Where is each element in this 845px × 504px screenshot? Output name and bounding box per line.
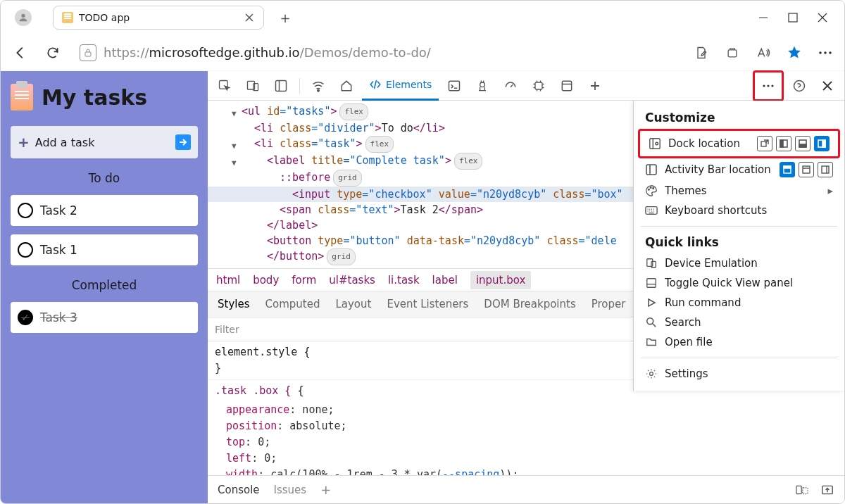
- network-icon[interactable]: [306, 73, 331, 99]
- tab-computed[interactable]: Computed: [265, 298, 320, 310]
- drawer-issues[interactable]: Issues: [274, 484, 307, 496]
- tab-event-listeners[interactable]: Event Listeners: [387, 298, 468, 310]
- crumb[interactable]: li.task: [388, 274, 420, 286]
- address-bar[interactable]: https://microsoftedge.github.io/Demos/de…: [71, 40, 684, 65]
- menu-device-emulation[interactable]: Device Emulation: [638, 253, 840, 273]
- tab-dom-breakpoints[interactable]: DOM Breakpoints: [484, 298, 575, 310]
- menu-activity-bar[interactable]: Activity Bar location: [638, 158, 840, 181]
- inspect-icon[interactable]: [212, 73, 237, 99]
- section-todo: To do: [11, 167, 198, 187]
- settings-more-icon[interactable]: [812, 39, 839, 66]
- svg-point-15: [763, 84, 765, 87]
- back-button[interactable]: [6, 39, 35, 67]
- add-task-input[interactable]: + Add a task: [11, 126, 198, 158]
- activity-top-icon[interactable]: [780, 162, 795, 177]
- checkbox-icon[interactable]: [18, 242, 33, 258]
- svg-rect-26: [780, 140, 783, 147]
- close-tab-icon[interactable]: [245, 13, 254, 22]
- svg-rect-20: [803, 487, 808, 493]
- checkbox-checked-icon[interactable]: ✓: [18, 310, 33, 325]
- dock-right-icon[interactable]: [814, 136, 830, 151]
- svg-point-12: [480, 82, 485, 87]
- task-item[interactable]: ✓Task 3: [11, 302, 198, 333]
- browser-title-bar: TODO app +: [1, 1, 844, 34]
- crumb[interactable]: body: [253, 274, 279, 286]
- tab-layout[interactable]: Layout: [335, 298, 371, 310]
- drawer-errors-icon[interactable]: [795, 484, 809, 496]
- browser-tab[interactable]: TODO app: [53, 6, 264, 30]
- drawer-expand-icon[interactable]: [820, 484, 834, 496]
- activity-right-icon[interactable]: [818, 162, 833, 177]
- svg-rect-11: [449, 81, 460, 90]
- performance-icon[interactable]: [498, 73, 523, 99]
- svg-rect-28: [799, 144, 806, 147]
- dock-bottom-icon[interactable]: [795, 136, 810, 151]
- checkbox-icon[interactable]: [18, 203, 33, 218]
- close-devtools-icon[interactable]: [815, 73, 840, 99]
- menu-open-file[interactable]: Open file: [638, 332, 840, 352]
- menu-run-command[interactable]: Run command: [638, 293, 840, 313]
- profile-avatar[interactable]: [15, 9, 32, 26]
- crumb-selected[interactable]: input.box: [470, 271, 531, 289]
- svg-rect-13: [535, 82, 542, 89]
- crumb[interactable]: ul#tasks: [329, 274, 375, 286]
- crumb[interactable]: form: [292, 274, 316, 286]
- svg-point-37: [650, 187, 651, 189]
- collections-icon[interactable]: [719, 39, 746, 66]
- menu-search[interactable]: Search: [638, 313, 840, 332]
- play-icon: [645, 296, 658, 309]
- activity-left-icon[interactable]: [799, 162, 814, 177]
- welcome-icon[interactable]: [334, 73, 359, 99]
- dock-left-icon[interactable]: [776, 136, 791, 151]
- palette-icon: [645, 184, 658, 197]
- favorites-star-icon[interactable]: [781, 39, 808, 66]
- crumb[interactable]: html: [216, 274, 240, 286]
- svg-rect-34: [803, 166, 810, 173]
- close-window-button[interactable]: [818, 13, 827, 23]
- more-tabs-icon[interactable]: [582, 73, 608, 99]
- devtools-panel: Elements ••• ▼<ul id="tasks">flex <li cl…: [208, 71, 844, 503]
- edit-page-icon[interactable]: [688, 39, 715, 66]
- new-tab-button[interactable]: +: [274, 6, 296, 29]
- menu-settings[interactable]: Settings: [638, 364, 840, 384]
- dock-undock-icon[interactable]: [757, 136, 772, 151]
- customize-popup: Customize Dock location Activity Bar loc…: [633, 101, 844, 391]
- customize-devtools-button[interactable]: [753, 70, 784, 101]
- task-item[interactable]: Task 1: [11, 234, 198, 265]
- application-icon[interactable]: [554, 73, 580, 99]
- tab-properties[interactable]: Proper: [592, 298, 626, 310]
- device-toggle-icon[interactable]: [240, 73, 265, 99]
- svg-rect-19: [796, 486, 801, 493]
- menu-keyboard-shortcuts[interactable]: Keyboard shortcuts: [638, 201, 840, 220]
- svg-point-38: [653, 188, 654, 189]
- sources-icon[interactable]: [470, 73, 495, 99]
- refresh-button[interactable]: [39, 39, 67, 67]
- maximize-button[interactable]: [788, 13, 798, 23]
- folder-icon: [645, 336, 658, 348]
- help-icon[interactable]: [787, 73, 812, 99]
- search-icon: [645, 316, 658, 329]
- submit-arrow-icon[interactable]: [175, 134, 191, 150]
- drawer: Console Issues +: [208, 475, 844, 503]
- crumb[interactable]: label: [432, 274, 458, 286]
- dock-icon[interactable]: [268, 73, 294, 99]
- memory-icon[interactable]: [526, 73, 551, 99]
- menu-toggle-quickview[interactable]: Toggle Quick View panel: [638, 273, 840, 293]
- read-aloud-icon[interactable]: [750, 39, 777, 66]
- minimize-button[interactable]: [758, 13, 768, 23]
- svg-point-16: [767, 84, 769, 87]
- drawer-console[interactable]: Console: [218, 484, 260, 496]
- tab-styles[interactable]: Styles: [218, 298, 250, 310]
- menu-themes[interactable]: Themes ▸: [638, 181, 840, 201]
- menu-dock-location[interactable]: Dock location: [641, 132, 837, 155]
- drawer-add-icon[interactable]: +: [320, 482, 331, 497]
- task-label: Task 3: [40, 310, 77, 325]
- console-icon[interactable]: [442, 73, 467, 99]
- svg-rect-33: [784, 166, 791, 168]
- site-info-icon[interactable]: [80, 44, 96, 61]
- window-controls: [758, 13, 839, 23]
- devtools-toolbar: Elements: [208, 71, 844, 101]
- keyboard-icon: [645, 204, 658, 217]
- elements-tab[interactable]: Elements: [362, 71, 439, 101]
- task-item[interactable]: Task 2: [11, 195, 198, 226]
